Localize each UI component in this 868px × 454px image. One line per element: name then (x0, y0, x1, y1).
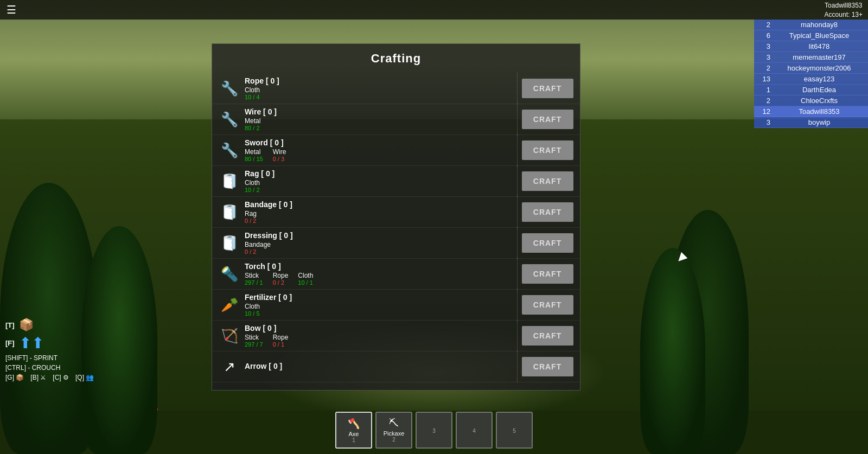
account-info: Toadwill8353 Account: 13+ (825, 1, 863, 20)
ing-count: 10 / 2 (245, 187, 260, 193)
lb-rank: 2 (758, 97, 770, 105)
leaderboard-row: 3mememaster197 (754, 52, 868, 63)
hotbar-slot[interactable]: 🪓 Axe 1 (335, 412, 372, 449)
craft-ingredients: Cloth 10 / 5 (245, 303, 515, 317)
craft-divider (517, 227, 518, 259)
craft-divider (517, 289, 518, 321)
ingredient: Stick 297 / 1 (245, 272, 263, 286)
ing-count: 0 / 1 (273, 341, 289, 348)
ingredient: Wire 0 / 3 (273, 148, 286, 162)
craft-button[interactable]: CRAFT (522, 326, 573, 346)
leaderboard-row: 3boywip (754, 117, 868, 128)
chest-icon: 📦 (19, 318, 34, 332)
lb-rank: 6 (758, 31, 770, 40)
lb-rank: 13 (758, 75, 770, 83)
leaderboard-row: 6Typical_BlueSpace (754, 30, 868, 41)
craft-row: 🏹 Bow [ 0 ] Stick 297 / 7 Rope 0 / 1 CRA… (212, 321, 580, 351)
craft-row: 🧻 Rag [ 0 ] Cloth 10 / 2 CRAFT (212, 166, 580, 197)
craft-button[interactable]: CRAFT (522, 233, 573, 253)
crafting-list[interactable]: 🔧 Rope [ 0 ] Cloth 10 / 4 CRAFT 🔧 Wire [… (212, 71, 580, 385)
ingredient: Metal 80 / 2 (245, 117, 260, 131)
ing-name: Cloth (245, 303, 260, 310)
g-key: [G] 📦 (5, 374, 24, 381)
b-key: [B] ⚔ (30, 374, 46, 381)
craft-button[interactable]: CRAFT (522, 79, 573, 98)
craft-item-name: Sword [ 0 ] (245, 138, 515, 147)
craft-button[interactable]: CRAFT (522, 110, 573, 129)
craft-item-name: Rag [ 0 ] (245, 169, 515, 178)
craft-item-icon: 🔧 (218, 76, 241, 100)
craft-button[interactable]: CRAFT (522, 264, 573, 284)
ingredient: Metal 80 / 15 (245, 148, 263, 162)
craft-ingredients: Cloth 10 / 2 (245, 179, 515, 193)
ing-count: 297 / 7 (245, 341, 263, 348)
chest-key: [T] (5, 321, 15, 329)
craft-item-icon: 🔦 (218, 262, 241, 286)
leaderboard-row: 12Toadwill8353 (754, 106, 868, 117)
craft-info: Fertilizer [ 0 ] Cloth 10 / 5 (245, 293, 515, 317)
craft-row: 🔦 Torch [ 0 ] Stick 297 / 1 Rope 0 / 2 C… (212, 259, 580, 290)
account-username: Toadwill8353 (825, 1, 863, 10)
lb-rank: 2 (758, 21, 770, 29)
craft-item-name: Wire [ 0 ] (245, 107, 515, 116)
craft-ingredients: Stick 297 / 1 Rope 0 / 2 Cloth 10 / 1 (245, 272, 515, 286)
lb-name: DarthEdea (775, 86, 864, 94)
craft-btn-wrap: CRAFT (520, 326, 575, 346)
craft-button[interactable]: CRAFT (522, 202, 573, 222)
hotbar-slot[interactable]: 5 (496, 412, 533, 449)
lb-rank: 1 (758, 86, 770, 94)
hotbar-slot[interactable]: 4 (456, 412, 493, 449)
craft-button[interactable]: CRAFT (522, 171, 573, 191)
craft-divider (517, 72, 518, 105)
hotbar-slot-label: Pickaxe (384, 430, 405, 437)
ingredient: Cloth 10 / 2 (245, 179, 260, 193)
craft-button[interactable]: CRAFT (522, 357, 573, 376)
lb-name: ChloeCrxfts (775, 97, 864, 105)
craft-divider (517, 350, 518, 383)
ingredient: Rag 0 / 2 (245, 210, 257, 224)
menu-icon[interactable]: ☰ (7, 3, 16, 16)
hotbar-slot[interactable]: ⛏ Pickaxe 2 (375, 412, 412, 449)
craft-info: Arrow [ 0 ] (245, 362, 515, 372)
craft-divider (517, 319, 518, 352)
lb-name: lit6478 (775, 42, 864, 50)
craft-btn-wrap: CRAFT (520, 264, 575, 284)
ingredient: Cloth 10 / 1 (298, 272, 313, 286)
craft-button[interactable]: CRAFT (522, 140, 573, 160)
craft-row: ↗ Arrow [ 0 ] CRAFT (212, 351, 580, 382)
craft-row: 🥕 Fertilizer [ 0 ] Cloth 10 / 5 CRAFT (212, 290, 580, 321)
lb-name: mememaster197 (775, 53, 864, 61)
hotbar-slot-num: 5 (513, 428, 516, 434)
craft-divider (517, 258, 518, 290)
craft-ingredients: Rag 0 / 2 (245, 210, 515, 224)
craft-item-icon: 🧻 (218, 231, 241, 255)
craft-btn-wrap: CRAFT (520, 140, 575, 160)
lb-name: Typical_BlueSpace (775, 31, 864, 40)
hotbar-slot[interactable]: 3 (416, 412, 452, 449)
lb-rank: 3 (758, 42, 770, 50)
craft-divider (517, 134, 518, 167)
ing-count: 10 / 4 (245, 94, 260, 100)
ing-count: 10 / 1 (298, 279, 313, 286)
leaderboard: 2mahonday86Typical_BlueSpace3lit64783mem… (754, 20, 868, 128)
craft-item-name: Fertilizer [ 0 ] (245, 293, 515, 302)
ing-name: Rope (273, 272, 289, 279)
craft-item-icon: 🔧 (218, 138, 241, 162)
ing-count: 10 / 5 (245, 310, 260, 317)
hud-boost: [F] ⬆⬆ (5, 334, 94, 352)
craft-button[interactable]: CRAFT (522, 295, 573, 315)
craft-item-icon: 🔧 (218, 107, 241, 131)
ing-count: 0 / 2 (245, 218, 257, 224)
crafting-panel: Crafting 🔧 Rope [ 0 ] Cloth 10 / 4 CRAFT… (212, 43, 580, 391)
leaderboard-row: 2hockeymonster2006 (754, 63, 868, 74)
hotbar: 🪓 Axe 1 ⛏ Pickaxe 2 3 4 5 (335, 412, 533, 449)
crouch-label: [CTRL] - CROUCH (5, 364, 60, 372)
leaderboard-row: 1DarthEdea (754, 85, 868, 95)
boost-icon: ⬆⬆ (19, 334, 44, 352)
sprint-label: [SHIFT] - SPRINT (5, 354, 58, 362)
craft-info: Rag [ 0 ] Cloth 10 / 2 (245, 169, 515, 193)
hotbar-slot-icon: 🪓 (348, 418, 360, 430)
craft-row: 🔧 Sword [ 0 ] Metal 80 / 15 Wire 0 / 3 C… (212, 135, 580, 166)
craft-item-icon: ↗ (218, 355, 241, 379)
hotbar-slot-label: Axe (349, 431, 359, 437)
